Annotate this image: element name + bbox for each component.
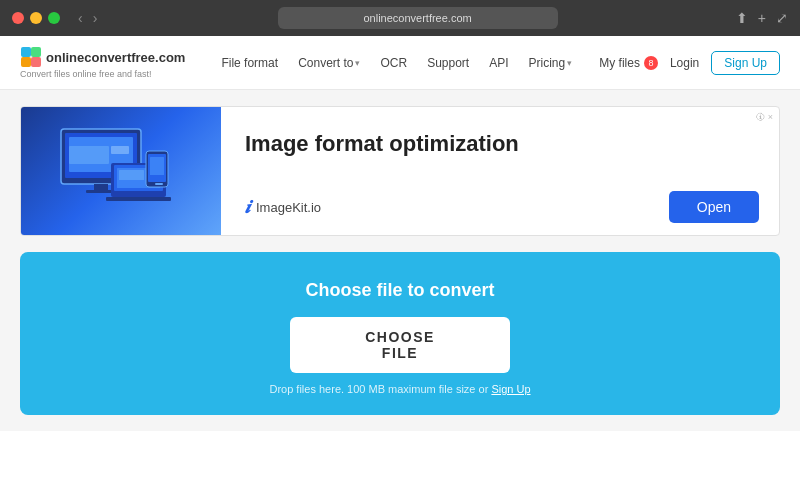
nav-links: File format Convert to ▾ OCR Support API…	[213, 52, 599, 74]
ad-footer: 𝒊 ImageKit.io Open	[245, 191, 759, 223]
svg-rect-3	[31, 57, 41, 67]
ad-content: Image format optimization 𝒊 ImageKit.io …	[221, 107, 779, 235]
nav-ocr[interactable]: OCR	[372, 52, 415, 74]
ad-image	[21, 107, 221, 235]
ad-brand: 𝒊 ImageKit.io	[245, 197, 321, 218]
browser-navigation: ‹ ›	[76, 10, 99, 26]
svg-rect-7	[69, 146, 109, 164]
logo-tagline: Convert files online free and fast!	[20, 69, 185, 79]
back-button[interactable]: ‹	[76, 10, 85, 26]
logo[interactable]: onlineconvertfree.com	[20, 46, 185, 68]
logo-icon	[20, 46, 42, 68]
close-window-button[interactable]	[12, 12, 24, 24]
svg-rect-2	[21, 57, 31, 67]
signup-button[interactable]: Sign Up	[711, 51, 780, 75]
login-link[interactable]: Login	[670, 56, 699, 70]
convert-title: Choose file to convert	[305, 280, 494, 301]
browser-chrome: ‹ › onlineconvertfree.com ⬆ + ⤢	[0, 0, 800, 36]
my-files-link[interactable]: My files 8	[599, 56, 658, 70]
logo-area: onlineconvertfree.com Convert files onli…	[20, 46, 185, 79]
browser-actions: ⬆ + ⤢	[736, 10, 788, 26]
maximize-window-button[interactable]	[48, 12, 60, 24]
ad-indicator: 🛈 ×	[756, 112, 773, 122]
svg-rect-0	[21, 47, 31, 57]
ad-brand-name: ImageKit.io	[256, 200, 321, 215]
imagekit-icon: 𝒊	[245, 197, 250, 218]
resize-button[interactable]: ⤢	[776, 10, 788, 26]
nav-api[interactable]: API	[481, 52, 516, 74]
nav-file-format[interactable]: File format	[213, 52, 286, 74]
forward-button[interactable]: ›	[91, 10, 100, 26]
nav-right: My files 8 Login Sign Up	[599, 51, 780, 75]
nav-support[interactable]: Support	[419, 52, 477, 74]
main-area: 🛈 ×	[0, 90, 800, 431]
add-tab-button[interactable]: +	[758, 10, 766, 26]
traffic-lights	[12, 12, 60, 24]
svg-rect-13	[106, 197, 171, 201]
sign-up-link[interactable]: Sign Up	[491, 383, 530, 395]
ad-open-button[interactable]: Open	[669, 191, 759, 223]
svg-rect-18	[150, 157, 164, 175]
files-count-badge: 8	[644, 56, 658, 70]
address-bar-container: onlineconvertfree.com	[107, 7, 727, 29]
choose-file-button[interactable]: CHOOSE FILE	[290, 317, 510, 373]
nav-convert-to[interactable]: Convert to ▾	[290, 52, 368, 74]
my-files-label: My files	[599, 56, 640, 70]
drop-hint: Drop files here. 100 MB maximum file siz…	[269, 383, 530, 395]
nav-pricing[interactable]: Pricing ▾	[521, 52, 581, 74]
convert-section: Choose file to convert CHOOSE FILE Drop …	[20, 252, 780, 415]
page-content: onlineconvertfree.com Convert files onli…	[0, 36, 800, 500]
svg-rect-8	[111, 146, 129, 154]
address-bar[interactable]: onlineconvertfree.com	[278, 7, 558, 29]
svg-rect-19	[155, 183, 163, 185]
url-text: onlineconvertfree.com	[363, 12, 471, 24]
svg-rect-1	[31, 47, 41, 57]
minimize-window-button[interactable]	[30, 12, 42, 24]
chevron-down-icon-pricing: ▾	[567, 58, 572, 68]
logo-text: onlineconvertfree.com	[46, 50, 185, 65]
svg-rect-9	[94, 184, 108, 190]
ad-close-button[interactable]: 🛈 ×	[756, 111, 773, 122]
svg-rect-15	[119, 170, 144, 180]
ad-banner: 🛈 ×	[20, 106, 780, 236]
navbar: onlineconvertfree.com Convert files onli…	[0, 36, 800, 90]
ad-title: Image format optimization	[245, 131, 759, 157]
share-button[interactable]: ⬆	[736, 10, 748, 26]
chevron-down-icon: ▾	[355, 58, 360, 68]
ad-illustration	[41, 121, 201, 221]
